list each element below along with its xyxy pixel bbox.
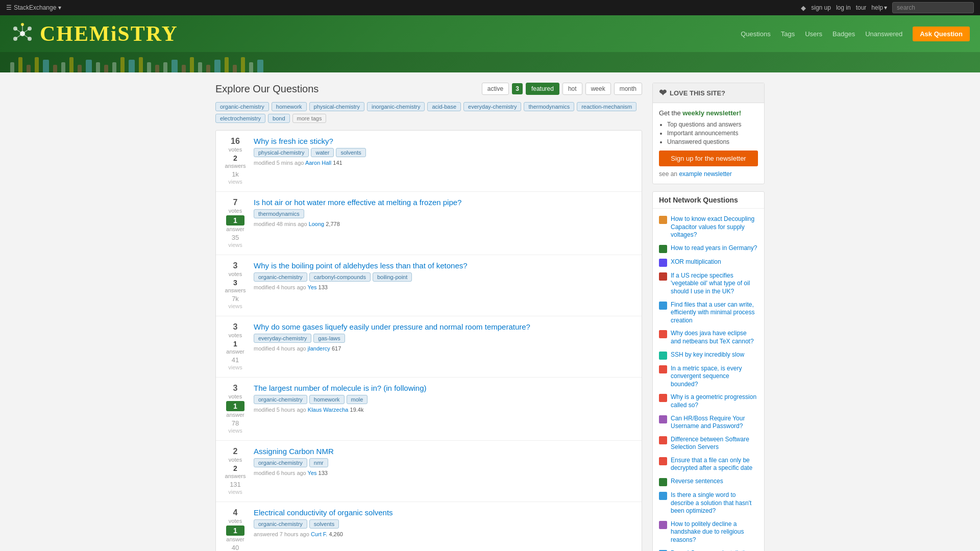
site-icon <box>659 365 667 373</box>
hot-question-link[interactable]: Why is a geometric progression called so… <box>671 393 758 409</box>
q-stats: 3 votes 1 answer 41 views <box>223 322 248 371</box>
hot-network-item[interactable]: Why does java have eclipse and netbeans … <box>653 327 764 348</box>
question-title[interactable]: Electrical conductivity of organic solve… <box>254 508 634 517</box>
hot-question-link[interactable]: Drupal Commerce Installation <box>671 549 751 551</box>
hot-network-item[interactable]: SSH by key incredibly slow <box>653 348 764 362</box>
q-tag[interactable]: mole <box>347 395 368 404</box>
nav-tags[interactable]: Tags <box>781 30 795 38</box>
hot-question-link[interactable]: Find files that a user can write, effici… <box>671 301 758 325</box>
q-tag[interactable]: solvents <box>336 148 365 157</box>
hot-network-item[interactable]: XOR multiplication <box>653 256 764 269</box>
q-tag[interactable]: boiling-point <box>373 272 412 282</box>
question-title[interactable]: Is hot air or hot water more effective a… <box>254 198 634 207</box>
example-newsletter-link[interactable]: example newsletter <box>679 170 731 178</box>
hot-network-item[interactable]: Ensure that a file can only be decrypted… <box>653 454 764 475</box>
tag-reaction-mechanism[interactable]: reaction-mechanism <box>577 102 636 111</box>
hot-question-link[interactable]: Ensure that a file can only be decrypted… <box>671 457 758 472</box>
q-tag[interactable]: water <box>311 148 334 157</box>
search-input[interactable] <box>892 2 974 13</box>
q-stats: 2 votes 2 answers 131 views <box>223 447 248 495</box>
login-link[interactable]: log in <box>836 4 851 11</box>
question-title[interactable]: Assigning Carbon NMR <box>254 447 634 456</box>
q-user[interactable]: Aaron Hall <box>305 160 331 166</box>
tag-bond[interactable]: bond <box>268 114 289 123</box>
nav-questions[interactable]: Questions <box>741 30 771 38</box>
filter-featured[interactable]: featured <box>526 83 559 95</box>
nav-unanswered[interactable]: Unanswered <box>865 30 902 38</box>
q-tag[interactable]: solvents <box>309 519 339 529</box>
site-title: CHEMiSTRY <box>40 21 178 46</box>
tag-inorganic-chemistry[interactable]: inorganic-chemistry <box>367 102 425 111</box>
q-user[interactable]: Yes <box>308 284 317 290</box>
tag-organic-chemistry[interactable]: organic-chemistry <box>215 102 269 111</box>
hot-network-item[interactable]: Drupal Commerce Installation <box>653 547 764 551</box>
tag-everyday-chemistry[interactable]: everyday-chemistry <box>463 102 521 111</box>
hot-question-link[interactable]: Difference between Software Selection Se… <box>671 436 758 452</box>
help-menu[interactable]: help ▾ <box>871 4 887 11</box>
question-title[interactable]: Why do some gases liquefy easily under p… <box>254 322 634 331</box>
q-user[interactable]: Loong <box>309 221 325 227</box>
topbar: ☰ StackExchange ▾ ◆ sign up log in tour … <box>0 0 980 15</box>
hot-network-item[interactable]: Is there a single word to describe a sol… <box>653 489 764 518</box>
hot-network-item[interactable]: In a metric space, is every convergent s… <box>653 362 764 391</box>
hot-network-item[interactable]: How to read years in Germany? <box>653 242 764 256</box>
hot-question-link[interactable]: Why does java have eclipse and netbeans … <box>671 330 758 345</box>
question-title[interactable]: Why is the boiling point of aldehydes le… <box>254 261 634 270</box>
hot-question-link[interactable]: In a metric space, is every convergent s… <box>671 365 758 389</box>
tag-thermodynamics[interactable]: thermodynamics <box>524 102 574 111</box>
stack-exchange-menu[interactable]: ☰ StackExchange ▾ <box>6 4 61 11</box>
q-tag[interactable]: carbonyl-compounds <box>309 272 371 282</box>
q-user[interactable]: jlandercy <box>308 345 330 352</box>
hot-network-item[interactable]: Can HR/Boss Require Your Username and Pa… <box>653 412 764 433</box>
q-tag[interactable]: organic-chemistry <box>254 395 307 404</box>
tag-acid-base[interactable]: acid-base <box>427 102 461 111</box>
hot-network-item[interactable]: How to politely decline a handshake due … <box>653 518 764 547</box>
newsletter-signup-button[interactable]: Sign up for the newsletter <box>659 151 758 166</box>
hot-network-item[interactable]: If a US recipe specifies 'vegetable oil'… <box>653 269 764 298</box>
ask-question-button[interactable]: Ask Question <box>913 27 970 41</box>
q-tag[interactable]: organic-chemistry <box>254 458 307 467</box>
hot-question-link[interactable]: How to politely decline a handshake due … <box>671 520 758 544</box>
hot-network-item[interactable]: Difference between Software Selection Se… <box>653 433 764 454</box>
hot-network-item[interactable]: Why is a geometric progression called so… <box>653 391 764 412</box>
q-user[interactable]: Klaus Warzecha <box>308 407 349 413</box>
hot-question-link[interactable]: Is there a single word to describe a sol… <box>671 491 758 515</box>
question-title[interactable]: Why is fresh ice sticky? <box>254 137 634 145</box>
hot-network-item[interactable]: Reverse sentences <box>653 475 764 489</box>
q-tag[interactable]: everyday-chemistry <box>254 334 311 343</box>
tag-electrochemistry[interactable]: electrochemistry <box>215 114 265 123</box>
q-user[interactable]: Yes <box>308 470 317 476</box>
filter-active[interactable]: active <box>482 83 509 95</box>
hot-network-item[interactable]: Find files that a user can write, effici… <box>653 298 764 328</box>
filter-hot[interactable]: hot <box>562 83 582 95</box>
tour-link[interactable]: tour <box>856 4 867 11</box>
hot-question-link[interactable]: XOR multiplication <box>671 258 721 266</box>
nav-users[interactable]: Users <box>805 30 822 38</box>
hot-question-link[interactable]: Reverse sentences <box>671 478 723 486</box>
q-tag[interactable]: organic-chemistry <box>254 519 307 529</box>
q-tag[interactable]: nmr <box>309 458 328 467</box>
main-nav: Questions Tags Users Badges Unanswered A… <box>741 27 970 41</box>
q-tag[interactable]: organic-chemistry <box>254 272 307 282</box>
nav-badges[interactable]: Badges <box>832 30 855 38</box>
tag-homework[interactable]: homework <box>272 102 307 111</box>
q-votes: 4 votes <box>229 508 242 524</box>
tag-more[interactable]: more tags <box>292 114 327 123</box>
hot-question-link[interactable]: Can HR/Boss Require Your Username and Pa… <box>671 415 758 431</box>
hot-question-link[interactable]: SSH by key incredibly slow <box>671 351 744 359</box>
q-tag[interactable]: homework <box>309 395 345 404</box>
filter-month[interactable]: month <box>614 83 642 95</box>
hot-network-item[interactable]: How to know exact Decoupling Capacitor v… <box>653 213 764 242</box>
q-user[interactable]: Curt F. <box>311 531 327 537</box>
hot-question-link[interactable]: How to know exact Decoupling Capacitor v… <box>671 215 758 239</box>
q-tag[interactable]: thermodynamics <box>254 209 304 218</box>
svg-line-8 <box>15 34 22 39</box>
hot-question-link[interactable]: If a US recipe specifies 'vegetable oil'… <box>671 272 758 296</box>
signup-link[interactable]: sign up <box>811 4 831 11</box>
q-tag[interactable]: gas-laws <box>313 334 345 343</box>
filter-week[interactable]: week <box>585 83 611 95</box>
hot-question-link[interactable]: How to read years in Germany? <box>671 244 757 253</box>
question-title[interactable]: The largest number of molecule is in? (i… <box>254 384 634 392</box>
q-tag[interactable]: physical-chemistry <box>254 148 309 157</box>
tag-physical-chemistry[interactable]: physical-chemistry <box>309 102 364 111</box>
